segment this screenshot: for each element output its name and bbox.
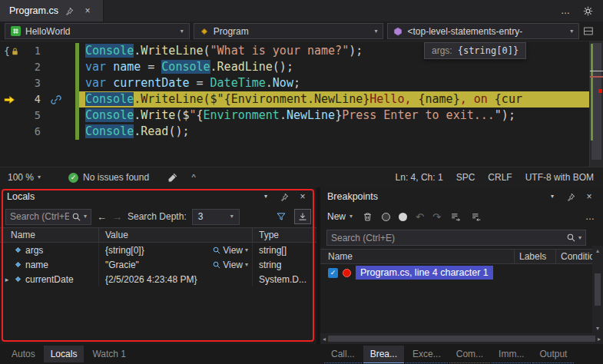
- line-number[interactable]: 2: [20, 59, 48, 75]
- breakpoint-label[interactable]: Program.cs, line 4 character 1: [356, 266, 493, 280]
- locals-row[interactable]: ▸ currentDate {2/5/2026 4:23:48 PM} Syst…: [0, 272, 316, 286]
- code-token: Console: [85, 44, 134, 58]
- tab-command-window[interactable]: Com...: [449, 346, 490, 363]
- more-options-button[interactable]: …: [584, 210, 596, 223]
- code-text[interactable]: var name = Console.ReadLine();: [79, 59, 589, 75]
- line-number[interactable]: 4: [20, 91, 48, 108]
- breakpoint-margin[interactable]: [0, 124, 20, 140]
- collect-values-button[interactable]: [294, 209, 311, 224]
- window-menu-icon[interactable]: ▾: [545, 190, 559, 203]
- view-link[interactable]: View ▾: [213, 260, 252, 270]
- locals-row[interactable]: args {string[0]} View ▾ string[]: [0, 243, 316, 257]
- breakpoints-vertical-scrollbar[interactable]: ▴ ▾: [592, 246, 603, 333]
- code-cleanup-button[interactable]: [166, 170, 178, 184]
- breakpoint-margin[interactable]: [0, 91, 20, 108]
- export-breakpoints-button[interactable]: [449, 210, 462, 223]
- disable-all-breakpoints-icon[interactable]: [382, 213, 390, 221]
- scroll-down-icon[interactable]: ▾: [596, 325, 599, 332]
- search-box[interactable]: ▾: [326, 230, 586, 246]
- close-icon[interactable]: ×: [582, 190, 596, 203]
- column-header-name[interactable]: Name: [320, 250, 514, 263]
- code-line-current: 4 Console.WriteLine($"{Environment.NewLi…: [0, 91, 589, 108]
- tab-watch1[interactable]: Watch 1: [85, 346, 133, 362]
- new-breakpoint-button[interactable]: New ▾: [327, 211, 353, 222]
- line-number[interactable]: 5: [20, 108, 48, 124]
- split-window-button[interactable]: [583, 25, 598, 38]
- code-text[interactable]: var currentDate = DateTime.Now;: [79, 75, 589, 91]
- close-icon[interactable]: ×: [81, 4, 94, 18]
- column-header-value[interactable]: Value: [98, 228, 252, 242]
- line-number[interactable]: 3: [20, 75, 48, 91]
- link-icon[interactable]: [51, 94, 61, 105]
- tab-breakpoints[interactable]: Brea...: [363, 346, 404, 363]
- breakpoints-horizontal-scrollbar[interactable]: ◂ ▸: [320, 333, 603, 344]
- tab-exception-settings[interactable]: Exce...: [406, 346, 448, 363]
- line-number[interactable]: 1: [20, 43, 48, 59]
- member-dropdown[interactable]: <top-level-statements-entry- ▾: [387, 23, 579, 39]
- scroll-left-icon[interactable]: ◂: [323, 336, 326, 342]
- whitespace-label[interactable]: SPC: [456, 172, 475, 183]
- delete-breakpoint-button[interactable]: [361, 210, 373, 223]
- column-header-type[interactable]: Type: [252, 228, 316, 242]
- redo-icon[interactable]: ↷: [432, 212, 441, 222]
- code-editor[interactable]: { 1 Console.WriteLine("What is your name…: [0, 41, 603, 167]
- search-depth-select[interactable]: 3 ▾: [192, 209, 240, 225]
- toggle-all-breakpoints-icon[interactable]: [399, 213, 407, 221]
- breakpoint-margin[interactable]: [0, 108, 20, 124]
- pin-icon[interactable]: [277, 190, 291, 203]
- tab-call-stack[interactable]: Call...: [324, 346, 362, 363]
- search-prev-button[interactable]: ←: [97, 212, 107, 222]
- scroll-right-icon[interactable]: ▸: [598, 336, 601, 342]
- cursor-position-label[interactable]: Ln: 4, Ch: 1: [396, 172, 443, 183]
- expand-status-button[interactable]: ^: [187, 170, 200, 184]
- editor-scrollbar[interactable]: [589, 41, 603, 167]
- document-tab[interactable]: Program.cs ×: [0, 0, 104, 22]
- type-dropdown[interactable]: Program ▾: [194, 23, 384, 39]
- column-header-conditions[interactable]: Conditions: [555, 250, 592, 263]
- code-text[interactable]: Console.Read();: [79, 124, 589, 140]
- filter-button[interactable]: [273, 209, 290, 224]
- pin-icon[interactable]: [564, 190, 578, 203]
- locals-search-input[interactable]: [10, 211, 69, 222]
- breakpoint-annotation: [598, 89, 602, 93]
- undo-icon[interactable]: ↶: [416, 212, 424, 222]
- breakpoint-margin[interactable]: [0, 75, 20, 91]
- code-text[interactable]: Console.WriteLine($"{Environment.NewLine…: [79, 91, 589, 108]
- code-token: "What is your name?": [210, 44, 350, 58]
- scrollbar-thumb[interactable]: [328, 336, 595, 342]
- more-icon[interactable]: …: [559, 4, 572, 18]
- tab-output[interactable]: Output: [532, 346, 574, 363]
- breakpoint-row[interactable]: ✓ Program.cs, line 4 character 1: [320, 264, 592, 281]
- gear-icon[interactable]: [581, 4, 594, 18]
- line-number[interactable]: 6: [20, 124, 48, 140]
- project-dropdown[interactable]: HelloWorld ▾: [5, 23, 190, 39]
- search-next-button[interactable]: →: [112, 212, 122, 222]
- breakpoint-margin[interactable]: [0, 59, 20, 75]
- locals-row[interactable]: name "Gracie" View ▾ string: [0, 257, 316, 272]
- issues-indicator[interactable]: ✓ No issues found: [68, 172, 149, 183]
- breakpoint-checkbox[interactable]: ✓: [328, 268, 338, 278]
- scrollbar-thumb[interactable]: [595, 273, 601, 306]
- column-header-labels[interactable]: Labels: [514, 250, 555, 263]
- tab-immediate[interactable]: Imm...: [492, 346, 531, 363]
- breakpoints-search-input[interactable]: [331, 233, 564, 243]
- code-text[interactable]: Console.Write($"{Environment.NewLine}Pre…: [79, 108, 589, 124]
- expander-icon[interactable]: ▸: [3, 276, 11, 283]
- breakpoint-margin[interactable]: {: [0, 43, 20, 59]
- tab-autos[interactable]: Autos: [5, 346, 42, 362]
- search-box[interactable]: ▾: [5, 209, 91, 225]
- tab-locals[interactable]: Locals: [44, 346, 84, 362]
- view-link[interactable]: View ▾: [213, 245, 252, 256]
- window-menu-icon[interactable]: ▾: [259, 190, 273, 203]
- close-icon[interactable]: ×: [296, 190, 310, 203]
- import-breakpoints-button[interactable]: [470, 210, 482, 223]
- lock-icon: [12, 48, 18, 55]
- search-options-chevron-icon[interactable]: ▾: [578, 235, 581, 241]
- search-options-chevron-icon[interactable]: ▾: [84, 213, 87, 220]
- column-header-name[interactable]: Name: [0, 228, 98, 242]
- zoom-control[interactable]: 100 % ▾: [0, 172, 48, 183]
- encoding-label[interactable]: UTF-8 with BOM: [525, 172, 594, 183]
- scroll-up-icon[interactable]: ▴: [596, 247, 599, 254]
- pin-icon[interactable]: [64, 4, 76, 18]
- line-ending-label[interactable]: CRLF: [488, 172, 512, 183]
